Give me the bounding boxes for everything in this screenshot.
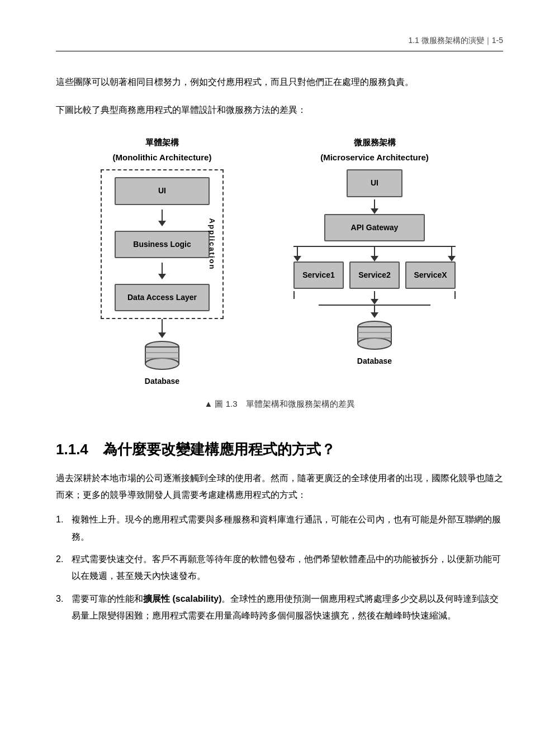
list-content-3: 需要可靠的性能和擴展性 (scalability)。全球性的應用使預測一個應用程… — [72, 591, 503, 625]
app-label: Application — [206, 218, 219, 270]
header-text: 1.1 微服務架構的演變｜1-5 — [408, 36, 503, 45]
services-row: Service1 Service2 ServiceX — [293, 261, 456, 289]
arrow-dal-to-db — [158, 319, 166, 338]
mono-db: Database — [143, 340, 182, 388]
microservice-side: 微服務架構 (Microservice Architecture) UI API… — [268, 135, 481, 368]
services-to-db-arrows — [293, 291, 456, 305]
monolithic-side: 單體架構 (Monolithic Architecture) Applicati… — [78, 135, 246, 388]
list-item-1: 1. 複雜性上升。現今的應用程式需要與多種服務和資料庫進行通訊，可能在公司內，也… — [56, 511, 503, 545]
section-heading: 1.1.4 為什麼要改變建構應用程式的方式？ — [56, 439, 503, 459]
arrow-to-sx — [448, 247, 456, 261]
micro-ui-block: UI — [347, 169, 402, 197]
page: 1.1 微服務架構的演變｜1-5 這些團隊可以朝著相同目標努力，例如交付應用程式… — [0, 0, 559, 756]
gateway-to-services — [268, 244, 481, 261]
list-num-3: 3. — [56, 591, 72, 607]
list-item-3: 3. 需要可靠的性能和擴展性 (scalability)。全球性的應用使預測一個… — [56, 591, 503, 625]
list-content-1: 複雜性上升。現今的應用程式需要與多種服務和資料庫進行通訊，可能在公司內，也有可能… — [72, 511, 503, 545]
figure-caption: ▲ 圖 1.3 單體架構和微服務架構的差異 — [204, 396, 354, 411]
intro-para1: 這些團隊可以朝著相同目標努力，例如交付應用程式，而且只對他們正在處理的服務負責。 — [56, 74, 503, 91]
intro-para2: 下圖比較了典型商務應用程式的單體設計和微服務方法的差異： — [56, 102, 503, 118]
horizontal-line — [293, 246, 456, 247]
section-body1: 過去深耕於本地市場的公司逐漸接觸到全球的使用者。然而，隨著更廣泛的全球使用者的出… — [56, 470, 503, 504]
arrow-micro-ui-to-gw — [371, 199, 378, 214]
arrow-sx-down — [454, 291, 456, 305]
mono-title: 單體架構 (Monolithic Architecture) — [113, 135, 212, 165]
micro-db-label: Database — [357, 354, 392, 368]
mono-bl-block: Business Logic — [115, 231, 210, 258]
svg-point-2 — [145, 358, 179, 369]
svg-point-7 — [358, 338, 391, 349]
api-gateway-block: API Gateway — [324, 214, 425, 241]
list-3-pre: 需要可靠的性能和 — [72, 594, 143, 603]
arrow-to-s2 — [371, 247, 378, 261]
page-header: 1.1 微服務架構的演變｜1-5 — [56, 34, 503, 51]
micro-title: 微服務架構 (Microservice Architecture) — [320, 135, 429, 165]
arrow-bl-to-dal — [158, 263, 166, 279]
list-item-2: 2. 程式需要快速交付。客戶不再願意等待年度的軟體包發布，他們希望軟體產品中的功… — [56, 551, 503, 585]
arrow-to-s1 — [293, 247, 301, 261]
micro-db: Database — [355, 320, 394, 368]
list-num-2: 2. — [56, 551, 72, 568]
arrow-ui-to-bl — [158, 210, 166, 226]
mono-db-label: Database — [145, 374, 179, 388]
service2-block: Service2 — [349, 261, 400, 289]
list-3-bold: 擴展性 (scalability) — [143, 594, 221, 603]
arrow-s1-down — [293, 291, 295, 305]
mono-ui-block: UI — [115, 177, 210, 205]
service-connector — [293, 246, 456, 247]
architecture-diagram: 單體架構 (Monolithic Architecture) Applicati… — [56, 135, 503, 411]
list-num-1: 1. — [56, 511, 72, 528]
arrow-s2-down — [371, 291, 378, 305]
mono-dal-block: Data Access Layer — [115, 284, 210, 311]
service1-block: Service1 — [293, 261, 344, 289]
service-arrows-row — [293, 247, 456, 261]
arrow-to-micro-db — [371, 306, 378, 318]
servicex-block: ServiceX — [405, 261, 456, 289]
list-content-2: 程式需要快速交付。客戶不再願意等待年度的軟體包發布，他們希望軟體產品中的功能被拆… — [72, 551, 503, 585]
monolithic-box: Application UI Business Logic — [101, 169, 224, 319]
